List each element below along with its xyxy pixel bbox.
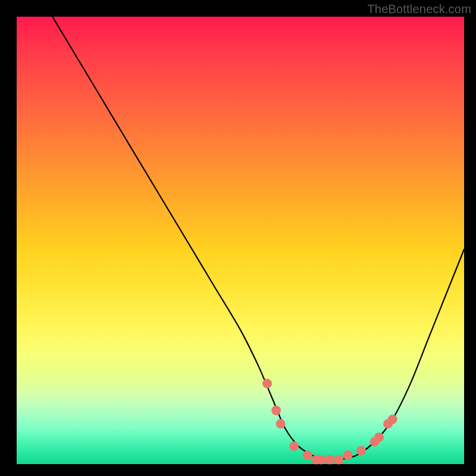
marker-dot xyxy=(388,415,397,424)
chart-stage: TheBottleneck.com xyxy=(0,0,476,476)
plot-svg xyxy=(17,17,464,464)
marker-dot xyxy=(276,419,286,428)
marker-dot xyxy=(271,406,281,415)
plot-area xyxy=(17,17,464,464)
marker-dot xyxy=(303,450,312,460)
bottleneck-curve-line xyxy=(52,17,464,460)
marker-group xyxy=(262,379,397,465)
marker-dot xyxy=(325,455,334,465)
marker-dot xyxy=(316,455,325,465)
watermark-label: TheBottleneck.com xyxy=(367,2,471,16)
marker-dot xyxy=(262,379,272,389)
marker-dot xyxy=(343,450,353,460)
marker-dot xyxy=(374,433,384,442)
marker-dot xyxy=(356,446,366,455)
marker-dot xyxy=(289,441,299,451)
marker-dot xyxy=(334,455,343,465)
